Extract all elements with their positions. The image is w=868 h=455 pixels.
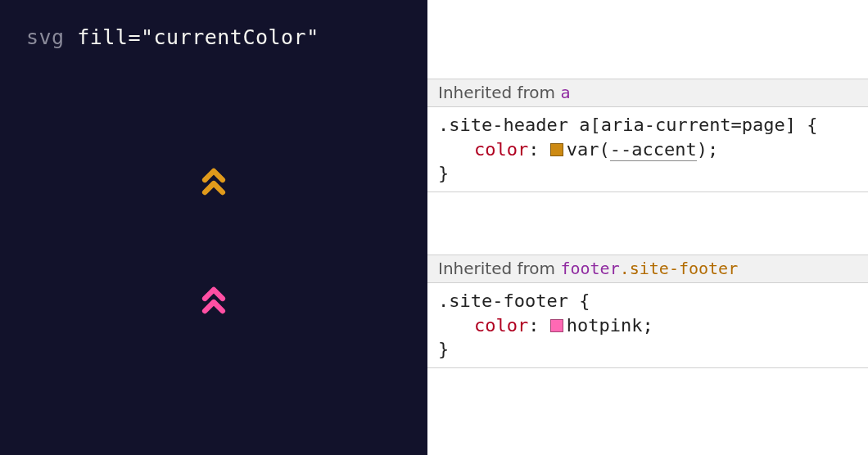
css-value-func-close: )	[697, 139, 708, 160]
inherited-from-label: Inherited from	[438, 83, 555, 102]
styles-inspector-pane: Inherited from a .site-header a[aria-cur…	[427, 0, 868, 455]
chevrons-up-icon	[192, 279, 235, 322]
inherited-from-label: Inherited from	[438, 259, 555, 278]
code-token-eq: =	[128, 25, 141, 49]
css-rule[interactable]: .site-header a[aria-current=page] { colo…	[427, 107, 868, 192]
chevrons-up-icon	[192, 160, 235, 203]
color-swatch[interactable]	[550, 143, 563, 156]
inherited-styles-block: Inherited from a .site-header a[aria-cur…	[427, 79, 868, 192]
icon-demo-zone	[26, 52, 401, 431]
ancestor-tag[interactable]: footer	[560, 259, 619, 278]
inherited-styles-block: Inherited from footer.site-footer .site-…	[427, 255, 868, 368]
code-line: svg fill="currentColor"	[26, 25, 401, 52]
css-value-func-open: var(	[567, 139, 610, 160]
inherited-from-header: Inherited from footer.site-footer	[427, 255, 868, 283]
css-property: color	[474, 139, 528, 160]
css-open-brace: {	[579, 291, 590, 311]
color-swatch[interactable]	[550, 319, 563, 332]
css-selector: .site-header a[aria-current=page]	[438, 115, 796, 135]
css-rule[interactable]: .site-footer { color: hotpink; }	[427, 283, 868, 368]
css-close-brace: }	[438, 339, 449, 359]
ancestor-tag[interactable]: a	[560, 83, 570, 102]
css-close-brace: }	[438, 163, 449, 183]
code-token-value: "currentColor"	[141, 25, 319, 49]
code-token-tag: svg	[26, 25, 65, 49]
css-selector: .site-footer	[438, 291, 568, 311]
code-preview-pane: svg fill="currentColor"	[0, 0, 427, 455]
css-open-brace: {	[807, 115, 817, 135]
inherited-from-header: Inherited from a	[427, 79, 868, 107]
code-token-attr: fill	[77, 25, 128, 49]
css-variable-name[interactable]: --accent	[610, 139, 697, 161]
ancestor-class[interactable]: .site-footer	[620, 259, 739, 278]
css-value-plain: hotpink	[567, 315, 643, 336]
css-property: color	[474, 315, 528, 336]
